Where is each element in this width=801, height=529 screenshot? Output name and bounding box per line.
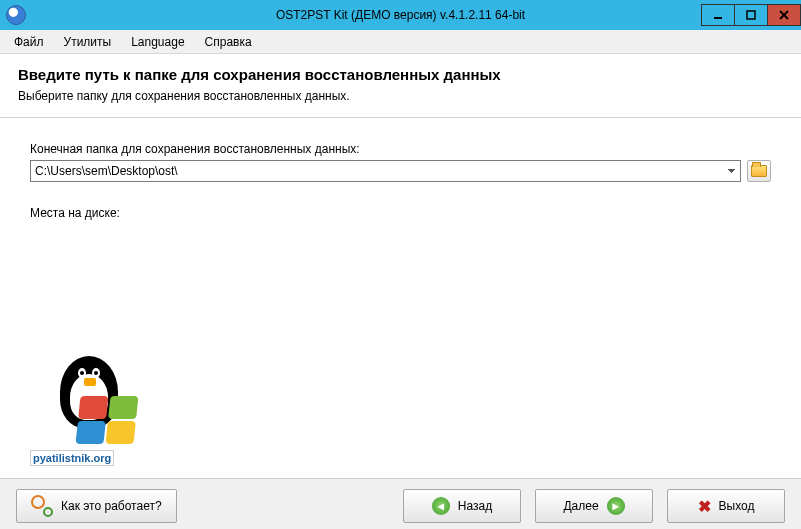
back-label: Назад: [458, 499, 492, 513]
how-it-works-label: Как это работает?: [61, 499, 162, 513]
next-label: Далее: [563, 499, 598, 513]
svg-rect-1: [747, 11, 755, 19]
wizard-header: Введите путь к папке для сохранения восс…: [0, 54, 801, 118]
page-title: Введите путь к папке для сохранения восс…: [18, 66, 783, 83]
destination-path-select[interactable]: C:\Users\sem\Desktop\ost\: [30, 160, 741, 182]
close-x-icon: ✖: [698, 497, 711, 516]
wizard-footer: Как это работает? ◄ Назад Далее ► ✖ Выхо…: [0, 478, 801, 529]
exit-button[interactable]: ✖ Выход: [667, 489, 785, 523]
wizard-body: Конечная папка для сохранения восстановл…: [0, 118, 801, 478]
folder-icon: [751, 165, 767, 177]
logo-art: [40, 356, 150, 446]
gear-icon: [31, 495, 53, 517]
arrow-right-icon: ►: [607, 497, 625, 515]
watermark-logo: pyatilistnik.org: [30, 356, 160, 466]
windows-flag-icon: [75, 396, 138, 444]
minimize-button[interactable]: [701, 4, 735, 26]
destination-row: C:\Users\sem\Desktop\ost\: [30, 160, 771, 182]
maximize-button[interactable]: [734, 4, 768, 26]
menu-help[interactable]: Справка: [195, 32, 262, 52]
destination-label: Конечная папка для сохранения восстановл…: [30, 142, 771, 156]
menu-utilities[interactable]: Утилиты: [54, 32, 122, 52]
window-title: OST2PST Kit (ДЕМО версия) v.4.1.2.11 64-…: [0, 8, 801, 22]
menu-file[interactable]: Файл: [4, 32, 54, 52]
app-icon: [6, 5, 26, 25]
next-button[interactable]: Далее ►: [535, 489, 653, 523]
logo-text: pyatilistnik.org: [30, 450, 114, 466]
disk-space-label: Места на диске:: [30, 206, 771, 220]
menu-language[interactable]: Language: [121, 32, 194, 52]
browse-button[interactable]: [747, 160, 771, 182]
close-button[interactable]: [767, 4, 801, 26]
arrow-left-icon: ◄: [432, 497, 450, 515]
page-subtitle: Выберите папку для сохранения восстановл…: [18, 89, 783, 103]
exit-label: Выход: [719, 499, 755, 513]
back-button[interactable]: ◄ Назад: [403, 489, 521, 523]
window-controls: [702, 4, 801, 26]
menu-bar: Файл Утилиты Language Справка: [0, 30, 801, 54]
how-it-works-button[interactable]: Как это работает?: [16, 489, 177, 523]
title-bar: OST2PST Kit (ДЕМО версия) v.4.1.2.11 64-…: [0, 0, 801, 30]
